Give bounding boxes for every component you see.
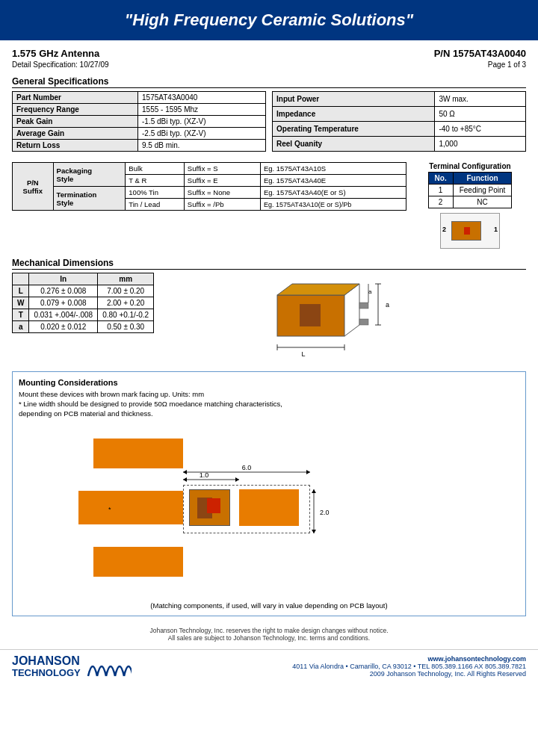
svg-marker-7 <box>277 284 359 295</box>
table-row: 2 NC <box>428 196 512 208</box>
header-banner: "High Frequency Ceramic Solutions" <box>0 0 538 40</box>
detail-spec: Detail Specification: 10/27/09 <box>12 61 109 69</box>
part-number: P/N 1575AT43A0040 <box>434 48 526 59</box>
spec-label: Input Power <box>273 92 435 107</box>
terminal-function: NC <box>453 196 512 208</box>
packaging-label: PackagingStyle <box>53 163 126 187</box>
example-pb: Eg. 1575AT43A10(E or S)/Pb <box>260 199 406 211</box>
svg-text:L: L <box>302 350 306 358</box>
table-row: P/NSuffix PackagingStyle Bulk Suffix = S… <box>13 163 406 175</box>
terminal-no: 2 <box>428 196 453 208</box>
tr-label: T & R <box>126 175 185 187</box>
svg-marker-28 <box>312 530 316 533</box>
mounting-text2: * Line width should be designed to provi… <box>19 400 519 408</box>
svg-marker-27 <box>312 489 316 493</box>
terminal-config-table: No. Function 1 Feeding Point 2 NC <box>428 172 513 208</box>
svg-text:a: a <box>386 301 389 309</box>
tin-label: 100% Tin <box>126 187 185 199</box>
waves-svg <box>87 655 132 678</box>
spec-value: 1,000 <box>435 137 526 152</box>
example-s: Eg. 1575AT43A10S <box>260 163 406 175</box>
component-diagram: 2 1 <box>440 213 500 249</box>
suffix-s: Suffix = S <box>184 163 260 175</box>
table-row: 1 Feeding Point <box>428 185 512 196</box>
spec-label: Frequency Range <box>13 104 138 116</box>
terminal-config-section: Terminal Configuration No. Function 1 Fe… <box>414 162 526 249</box>
pin1-label: 1 <box>494 226 498 233</box>
spec-label: Average Gain <box>13 128 138 140</box>
dim-in: 0.276 ± 0.008 <box>29 285 98 297</box>
spec-label: Peak Gain <box>13 116 138 128</box>
mounting-title: Mounting Considerations <box>19 378 519 387</box>
svg-rect-5 <box>359 303 368 309</box>
table-row: Frequency Range 1555 - 1595 Mhz <box>13 104 266 116</box>
table-header-row: No. Function <box>428 173 512 185</box>
mm-header: mm <box>98 273 154 285</box>
pn-suffix-table: P/NSuffix PackagingStyle Bulk Suffix = S… <box>12 162 406 211</box>
logo-waves <box>87 655 132 678</box>
spec-label: Impedance <box>273 107 435 122</box>
legal-line1: Johanson Technology, Inc. reserves the r… <box>12 627 526 634</box>
mechanical-table: In mm L 0.276 ± 0.008 7.00 ± 0.20 W 0.07… <box>12 273 154 333</box>
table-row: Reel Quanity 1,000 <box>273 137 526 152</box>
general-specs-title: General Specifications <box>12 76 526 88</box>
pn-suffix-label: P/NSuffix <box>13 163 54 211</box>
dim-label: T <box>13 309 29 321</box>
pn-suffix-section: P/NSuffix PackagingStyle Bulk Suffix = S… <box>12 162 406 249</box>
company-name-block: JOHANSON TECHNOLOGY <box>12 654 81 678</box>
website: www.johansontechnology.com <box>292 655 526 663</box>
spec-label: Operating Temperature <box>273 122 435 137</box>
dim-label: W <box>13 297 29 309</box>
mechanical-diagram: L a a <box>163 273 526 362</box>
dim-mm: 7.00 ± 0.20 <box>98 285 154 297</box>
table-row: TerminationStyle 100% Tin Suffix = None … <box>13 187 406 199</box>
dim-mm: 2.00 + 0.20 <box>98 297 154 309</box>
dashed-box <box>183 485 310 533</box>
table-row: L 0.276 ± 0.008 7.00 ± 0.20 <box>13 285 154 297</box>
spec-value: 50 Ω <box>435 107 526 122</box>
suffix-none: Suffix = None <box>184 187 260 199</box>
pin2-label: 2 <box>442 226 446 233</box>
copyright: 2009 Johanson Technology, Inc. All Right… <box>292 670 526 678</box>
spec-label: Part Number <box>13 92 138 104</box>
table-row: Operating Temperature -40 to +85°C <box>273 122 526 137</box>
table-row: Peak Gain -1.5 dBi typ. (XZ-V) <box>13 116 266 128</box>
bulk-label: Bulk <box>126 163 185 175</box>
svg-text:2.0: 2.0 <box>320 509 330 516</box>
dim-mm: 0.80 +0.1/-0.2 <box>98 309 154 321</box>
spec-value: 9.5 dB min. <box>138 140 266 152</box>
tinlead-label: Tin / Lead <box>126 199 185 211</box>
terminal-function: Feeding Point <box>453 185 512 196</box>
table-header-row: In mm <box>13 273 154 285</box>
company-sub: TECHNOLOGY <box>12 668 81 678</box>
spec-label: Reel Quanity <box>273 137 435 152</box>
table-row: W 0.079 + 0.008 2.00 + 0.20 <box>13 297 154 309</box>
spec-value: 3W max. <box>435 92 526 107</box>
page-number: Page 1 of 3 <box>488 61 526 69</box>
terminal-config-title: Terminal Configuration <box>429 162 510 170</box>
spec-value: -40 to +85°C <box>435 122 526 137</box>
mounting-text3: depending on PCB material and thickness. <box>19 409 519 418</box>
function-header: Function <box>453 173 512 185</box>
table-row: Part Number 1575AT43A0040 <box>13 92 266 104</box>
svg-line-3 <box>344 325 359 336</box>
table-row: Input Power 3W max. <box>273 92 526 107</box>
spec-value: 1575AT43A0040 <box>138 92 266 104</box>
mounting-note: (Matching components, if used, will vary… <box>19 601 519 610</box>
svg-marker-20 <box>235 477 239 482</box>
table-row: Average Gain -2.5 dBi typ. (XZ-V) <box>13 128 266 140</box>
bottom-pad <box>93 547 183 577</box>
svg-marker-23 <box>183 470 187 474</box>
suffix-e: Suffix = E <box>184 175 260 187</box>
spec-label: Return Loss <box>13 140 138 152</box>
dim-in: 0.079 + 0.008 <box>29 297 98 309</box>
left-specs-table: Part Number 1575AT43A0040 Frequency Rang… <box>12 91 266 152</box>
footer-right: www.johansontechnology.com 4011 Via Alor… <box>292 655 526 678</box>
dim-label: L <box>13 285 29 297</box>
table-row: Impedance 50 Ω <box>273 107 526 122</box>
no-header: No. <box>428 173 453 185</box>
spec-value: 1555 - 1595 Mhz <box>138 104 266 116</box>
termination-label: TerminationStyle <box>53 187 126 211</box>
address: 4011 Via Alorıdra • Camarillo, CA 93012 … <box>292 663 526 670</box>
logo-section: JOHANSON TECHNOLOGY <box>12 654 132 678</box>
